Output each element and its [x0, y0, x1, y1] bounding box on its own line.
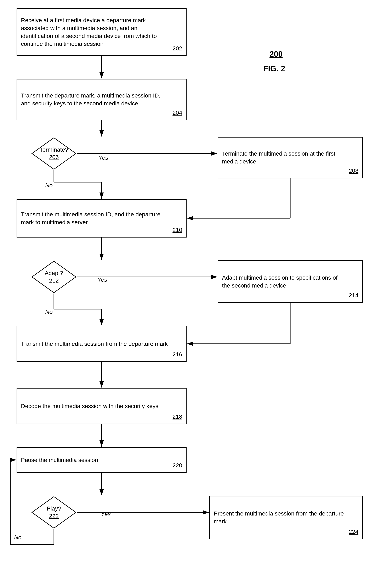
- box-220-text: Pause the multimedia session: [21, 456, 171, 464]
- box-208-text: Terminate the multimedia session at the …: [222, 150, 347, 166]
- box-214-text: Adapt multimedia session to specificatio…: [222, 274, 347, 290]
- figure-label: FIG. 2: [263, 64, 285, 73]
- box-210-num: 210: [172, 226, 182, 234]
- box-204-text: Transmit the departure mark, a multimedi…: [21, 92, 171, 107]
- box-204: Transmit the departure mark, a multimedi…: [17, 79, 187, 120]
- diamond-212: Adapt? 212: [31, 260, 77, 294]
- box-218-num: 218: [172, 413, 182, 421]
- box-216-text: Transmit the multimedia session from the…: [21, 340, 171, 348]
- box-202: Receive at a first media device a depart…: [17, 8, 187, 56]
- box-214: Adapt multimedia session to specificatio…: [218, 260, 363, 303]
- box-224-text: Present the multimedia session from the …: [214, 510, 347, 525]
- box-214-num: 214: [349, 292, 358, 299]
- label-no-206: No: [45, 182, 53, 189]
- box-220: Pause the multimedia session 220: [17, 447, 187, 473]
- box-216: Transmit the multimedia session from the…: [17, 326, 187, 362]
- diamond-212-label: Adapt?: [45, 269, 63, 277]
- diamond-222-label: Play?: [47, 505, 61, 512]
- box-208: Terminate the multimedia session at the …: [218, 137, 363, 179]
- diamond-206: Terminate? 206: [31, 137, 77, 170]
- box-208-num: 208: [349, 167, 358, 175]
- diamond-222-num: 222: [47, 512, 61, 520]
- diamond-222: Play? 222: [31, 496, 77, 529]
- label-no-222: No: [14, 534, 22, 541]
- box-220-num: 220: [172, 461, 182, 469]
- box-210: Transmit the multimedia session ID, and …: [17, 199, 187, 238]
- label-yes-206: Yes: [98, 154, 108, 161]
- diamond-206-label: Terminate?: [40, 146, 68, 154]
- box-218-text: Decode the multimedia session with the s…: [21, 402, 171, 410]
- diamond-212-num: 212: [45, 277, 63, 284]
- box-202-text: Receive at a first media device a depart…: [21, 16, 171, 48]
- box-202-num: 202: [172, 45, 182, 52]
- box-218: Decode the multimedia session with the s…: [17, 388, 187, 424]
- label-yes-222: Yes: [101, 511, 111, 518]
- box-204-num: 204: [172, 109, 182, 117]
- label-yes-212: Yes: [98, 277, 107, 283]
- figure-number: 200: [270, 50, 282, 59]
- label-no-212: No: [45, 309, 53, 315]
- box-210-text: Transmit the multimedia session ID, and …: [21, 211, 171, 226]
- diamond-206-num: 206: [40, 154, 68, 161]
- box-224-num: 224: [349, 528, 358, 536]
- box-216-num: 216: [172, 351, 182, 358]
- box-224: Present the multimedia session from the …: [209, 496, 363, 539]
- diagram-container: 200 FIG. 2 Receive at a first media devi…: [0, 0, 392, 563]
